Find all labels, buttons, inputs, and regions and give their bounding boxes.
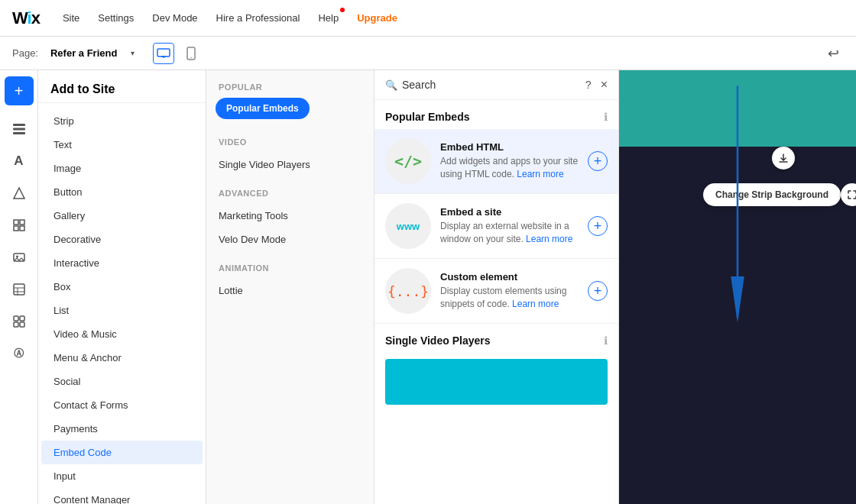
grid-icon[interactable] (5, 211, 34, 240)
page-dropdown-icon[interactable]: ▾ (131, 49, 135, 57)
table-icon[interactable] (5, 275, 34, 304)
embed-html-desc: Add widgets and apps to your site using … (440, 155, 579, 181)
canvas-teal-strip (619, 70, 856, 147)
svg-rect-22 (20, 322, 24, 327)
embed-panel-topbar: 🔍 Search ? × (374, 70, 618, 100)
popular-embeds-info-icon[interactable]: ℹ (604, 111, 608, 123)
image-icon[interactable] (5, 243, 34, 272)
device-switcher (153, 43, 202, 64)
panel-item-gallery[interactable]: Gallery (41, 204, 203, 228)
html-code-icon: </> (394, 152, 422, 170)
panel-item-text[interactable]: Text (41, 133, 203, 157)
svg-rect-9 (14, 220, 18, 225)
text-icon[interactable]: A (5, 147, 34, 176)
left-sidebar: + A Ⓐ (0, 70, 38, 504)
mid-lottie[interactable]: Lottie (206, 279, 374, 302)
mid-animation-label: ANIMATION (206, 263, 374, 279)
mid-video-label: VIDEO (206, 137, 374, 153)
panel-item-payments[interactable]: Payments (41, 417, 203, 441)
svg-rect-7 (13, 132, 25, 134)
search-icon: 🔍 (385, 79, 397, 91)
embed-html-add-button[interactable]: + (588, 151, 608, 171)
single-video-header: Single Video Players ℹ (374, 324, 618, 353)
panel-item-list[interactable]: List (41, 299, 203, 322)
nav-settings[interactable]: Settings (96, 9, 135, 27)
svg-rect-6 (13, 128, 25, 131)
canvas-area: Change Strip Background (619, 70, 856, 504)
nav-site[interactable]: Site (61, 9, 81, 27)
panel-item-content-manager[interactable]: Content Manager (41, 488, 203, 504)
mobile-icon[interactable] (180, 43, 202, 64)
panel-item-contact-forms[interactable]: Contact & Forms (41, 393, 203, 417)
svg-point-4 (191, 57, 193, 58)
undo-button[interactable]: ↩ (822, 43, 844, 64)
popular-embeds-title: Popular Embeds (385, 111, 469, 123)
panel-item-social[interactable]: Social (41, 370, 203, 393)
embed-html-card[interactable]: </> Embed HTML Add widgets and apps to y… (374, 129, 618, 194)
embed-html-learn-more[interactable]: Learn more (517, 169, 563, 179)
panel-item-embed-code[interactable]: Embed Code (41, 441, 203, 464)
panel-item-decorative[interactable]: Decorative (41, 228, 203, 251)
custom-element-add-button[interactable]: + (588, 281, 608, 301)
panel-item-box[interactable]: Box (41, 275, 203, 299)
panel-item-image[interactable]: Image (41, 157, 203, 180)
panel-item-interactive[interactable]: Interactive (41, 251, 203, 275)
shapes-icon[interactable] (5, 179, 34, 208)
mid-marketing-tools[interactable]: Marketing Tools (206, 204, 374, 228)
custom-element-card[interactable]: {...} Custom element Display custom elem… (374, 259, 618, 324)
svg-point-14 (16, 256, 18, 258)
panel-item-strip[interactable]: Strip (41, 109, 203, 133)
change-strip-background-button[interactable]: Change Strip Background (703, 183, 841, 206)
mid-single-video[interactable]: Single Video Players (206, 153, 374, 176)
top-navbar: Wix Site Settings Dev Mode Hire a Profes… (0, 0, 856, 37)
desktop-icon[interactable] (153, 43, 174, 64)
custom-element-desc: Display custom elements using snippets o… (440, 285, 579, 311)
add-elements-icon[interactable]: + (5, 76, 34, 105)
single-video-info-icon[interactable]: ℹ (604, 334, 608, 347)
wix-logo: Wix (12, 8, 40, 28)
svg-rect-12 (20, 226, 24, 231)
custom-element-learn-more[interactable]: Learn more (512, 299, 559, 309)
svg-rect-21 (14, 322, 18, 327)
add-panel-title: Add to Site (38, 70, 206, 103)
custom-element-info: Custom element Display custom elements u… (440, 271, 579, 311)
embed-site-info: Embed a site Display an external website… (440, 206, 579, 246)
puzzle-icon[interactable] (5, 307, 34, 336)
nav-hire[interactable]: Hire a Professional (215, 9, 302, 27)
search-button[interactable]: 🔍 Search (385, 79, 436, 91)
nav-help[interactable]: Help (316, 9, 340, 27)
help-icon[interactable]: ? (585, 79, 592, 91)
embed-html-title: Embed HTML (440, 141, 579, 153)
help-dot (340, 8, 345, 12)
close-icon[interactable]: × (601, 78, 608, 92)
video-preview-thumbnail (385, 359, 608, 405)
mid-popular-embeds-btn[interactable]: Popular Embeds (216, 98, 310, 119)
curly-braces-icon: {...} (387, 283, 429, 299)
wixapp-icon[interactable]: Ⓐ (5, 339, 34, 368)
mid-popular-label: POPULAR (206, 82, 374, 98)
embed-site-desc: Display an external website in a window … (440, 220, 579, 246)
panel-item-button[interactable]: Button (41, 180, 203, 204)
mid-velo-devmode[interactable]: Velo Dev Mode (206, 228, 374, 251)
www-icon: www (397, 221, 420, 232)
panel-item-menu-anchor[interactable]: Menu & Anchor (41, 346, 203, 370)
embed-site-icon-wrap: www (385, 203, 431, 249)
embed-site-learn-more[interactable]: Learn more (526, 234, 572, 244)
mid-panel: POPULAR Popular Embeds VIDEO Single Vide… (206, 70, 374, 504)
mid-advanced-label: ADVANCED (206, 189, 374, 204)
download-icon[interactable] (772, 147, 795, 170)
page-prefix: Page: (12, 47, 38, 59)
pages-icon[interactable] (5, 115, 34, 144)
svg-rect-15 (14, 284, 24, 295)
embed-site-add-button[interactable]: + (588, 216, 608, 236)
custom-element-icon-wrap: {...} (385, 268, 431, 314)
nav-upgrade[interactable]: Upgrade (355, 9, 399, 27)
svg-rect-0 (157, 49, 170, 57)
panel-item-input[interactable]: Input (41, 464, 203, 488)
panel-item-video-music[interactable]: Video & Music (41, 322, 203, 346)
embed-html-info: Embed HTML Add widgets and apps to your … (440, 141, 579, 181)
embed-site-title: Embed a site (440, 206, 579, 218)
nav-devmode[interactable]: Dev Mode (151, 9, 199, 27)
svg-rect-20 (20, 316, 24, 321)
embed-site-card[interactable]: www Embed a site Display an external web… (374, 194, 618, 259)
